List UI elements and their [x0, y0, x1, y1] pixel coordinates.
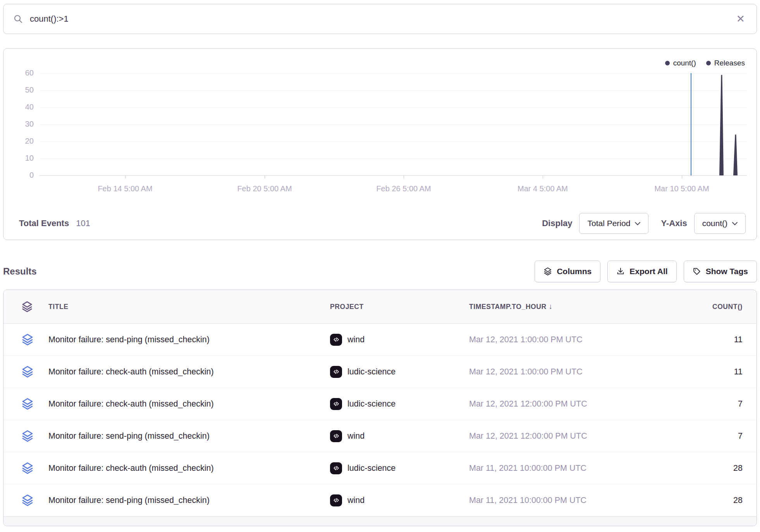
y-tick-label: 30 [10, 120, 34, 129]
stack-event-icon [21, 494, 34, 506]
x-tick-mark [404, 175, 404, 178]
display-label: Display [542, 218, 572, 228]
event-title: Monitor failure: send-ping (missed_check… [48, 496, 330, 505]
results-bar: Results Columns Export All Show Tags [3, 260, 757, 283]
releases-legend-label: Releases [714, 59, 745, 67]
x-tick-label: Feb 26 5:00 AM [359, 184, 448, 193]
project-cell: ludic-science [330, 366, 469, 378]
platform-code-icon [330, 430, 342, 442]
table-row[interactable]: Monitor failure: check-auth (missed_chec… [3, 356, 757, 388]
event-title: Monitor failure: check-auth (missed_chec… [48, 399, 330, 409]
project-name: wind [347, 496, 365, 505]
stack-event-icon [21, 333, 34, 346]
total-events-label: Total Events [19, 218, 69, 228]
event-count: 11 [695, 367, 743, 377]
download-icon [616, 267, 625, 276]
y-tick-label: 40 [10, 103, 34, 112]
platform-code-icon [330, 398, 342, 410]
event-count: 7 [695, 399, 743, 409]
legend-item-count[interactable]: count() [665, 59, 696, 67]
results-table: TITLE PROJECT TIMESTAMP.TO_HOUR↓ COUNT()… [3, 290, 757, 526]
show-tags-button-label: Show Tags [706, 267, 748, 276]
project-name: wind [347, 335, 365, 345]
columns-button[interactable]: Columns [535, 261, 600, 282]
y-tick-label: 0 [10, 171, 34, 180]
platform-code-icon [330, 366, 342, 378]
sort-desc-icon: ↓ [549, 302, 553, 311]
x-tick-label: Feb 20 5:00 AM [220, 184, 309, 193]
project-cell: wind [330, 494, 469, 506]
x-tick-mark [682, 175, 682, 178]
yaxis-label: Y-Axis [661, 218, 687, 228]
table-footer-strip [3, 517, 757, 526]
event-title: Monitor failure: check-auth (missed_chec… [48, 367, 330, 377]
event-count: 28 [695, 463, 743, 473]
columns-button-label: Columns [557, 267, 591, 276]
project-name: ludic-science [347, 367, 395, 377]
x-axis-line [39, 175, 747, 176]
event-timestamp: Mar 12, 2021 1:00:00 PM UTC [469, 335, 695, 345]
yaxis-dropdown[interactable]: count() [694, 213, 746, 234]
count-series-svg [39, 73, 747, 175]
project-cell: ludic-science [330, 462, 469, 474]
column-header-count[interactable]: COUNT() [695, 303, 743, 311]
table-row[interactable]: Monitor failure: send-ping (missed_check… [3, 324, 757, 356]
count-legend-label: count() [673, 59, 696, 67]
discover-page: ✕ count() Releases 60 50 40 30 2 [0, 0, 760, 532]
column-header-timestamp-label: TIMESTAMP.TO_HOUR [469, 303, 547, 311]
project-cell: ludic-science [330, 398, 469, 410]
export-all-button-label: Export All [629, 267, 667, 276]
platform-code-icon [330, 462, 342, 474]
stack-header-icon [21, 301, 33, 312]
table-row[interactable]: Monitor failure: check-auth (missed_chec… [3, 388, 757, 420]
table-header-row: TITLE PROJECT TIMESTAMP.TO_HOUR↓ COUNT() [3, 290, 757, 324]
stack-event-icon [21, 430, 34, 442]
x-tick-mark [265, 175, 265, 178]
event-timestamp: Mar 12, 2021 12:00:00 PM UTC [469, 399, 695, 409]
event-timestamp: Mar 12, 2021 12:00:00 PM UTC [469, 431, 695, 441]
y-tick-label: 60 [10, 69, 34, 77]
columns-stack-icon [543, 267, 552, 276]
yaxis-dropdown-value: count() [702, 219, 727, 228]
event-title: Monitor failure: check-auth (missed_chec… [48, 463, 330, 473]
export-all-button[interactable]: Export All [607, 261, 676, 282]
y-tick-label: 10 [10, 154, 34, 163]
display-dropdown[interactable]: Total Period [579, 213, 648, 234]
stack-event-icon [21, 398, 34, 410]
search-bar: ✕ [3, 4, 757, 34]
results-title: Results [3, 266, 37, 277]
column-header-project[interactable]: PROJECT [330, 303, 469, 311]
event-title: Monitor failure: send-ping (missed_check… [48, 431, 330, 441]
x-tick-label: Mar 4 5:00 AM [498, 184, 587, 193]
x-tick-label: Mar 10 5:00 AM [637, 184, 726, 193]
stack-event-icon [21, 366, 34, 378]
legend-item-releases[interactable]: Releases [706, 59, 745, 67]
project-cell: wind [330, 430, 469, 442]
releases-legend-dot-icon [706, 61, 711, 65]
chart-plot[interactable]: 60 50 40 30 20 10 0 Feb 14 5:00 AM Feb 2… [39, 73, 747, 175]
event-count: 28 [695, 496, 743, 505]
event-count: 7 [695, 431, 743, 441]
column-header-timestamp[interactable]: TIMESTAMP.TO_HOUR↓ [469, 302, 695, 311]
event-count: 11 [695, 335, 743, 345]
project-name: ludic-science [347, 463, 395, 473]
chevron-down-icon [635, 222, 640, 225]
clear-search-icon[interactable]: ✕ [734, 12, 746, 26]
event-timestamp: Mar 11, 2021 10:00:00 PM UTC [469, 463, 695, 473]
x-tick-label: Feb 14 5:00 AM [81, 184, 170, 193]
show-tags-button[interactable]: Show Tags [684, 261, 757, 282]
table-row[interactable]: Monitor failure: send-ping (missed_check… [3, 420, 757, 452]
table-row[interactable]: Monitor failure: check-auth (missed_chec… [3, 452, 757, 484]
project-cell: wind [330, 334, 469, 346]
stack-event-icon [21, 462, 34, 474]
event-timestamp: Mar 12, 2021 1:00:00 PM UTC [469, 367, 695, 377]
event-timestamp: Mar 11, 2021 10:00:00 PM UTC [469, 496, 695, 505]
project-name: wind [347, 431, 365, 441]
column-header-title[interactable]: TITLE [48, 303, 330, 311]
x-tick-mark [543, 175, 543, 178]
search-input[interactable] [30, 14, 734, 24]
chart-footer: Total Events 101 Display Total Period Y-… [19, 213, 746, 234]
table-row[interactable]: Monitor failure: send-ping (missed_check… [3, 484, 757, 517]
x-tick-mark [125, 175, 126, 178]
project-name: ludic-science [347, 399, 395, 409]
